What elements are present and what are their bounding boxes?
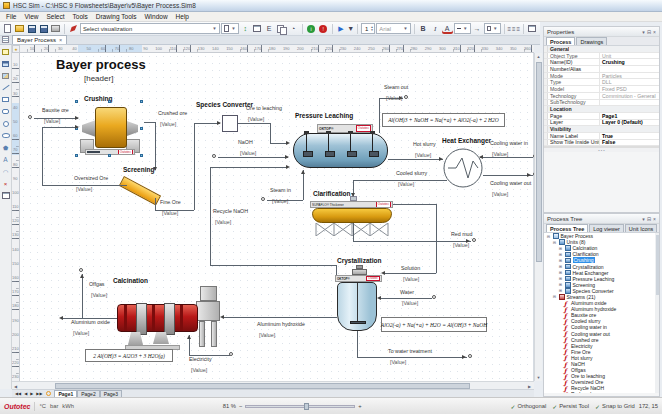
- horizontal-scrollbar[interactable]: ◀ ▶: [12, 381, 534, 389]
- tree-tab[interactable]: Process Tree: [546, 224, 588, 232]
- close-icon[interactable]: ×: [653, 29, 656, 35]
- tree-tab[interactable]: Log viewer: [589, 224, 624, 232]
- stream-label-bauxite-ore[interactable]: Bauxite ore[Value]: [42, 108, 69, 125]
- property-value[interactable]: DLL: [600, 79, 659, 85]
- save-all-button[interactable]: [38, 23, 49, 34]
- bold-button[interactable]: B: [418, 23, 429, 34]
- property-value[interactable]: Particles: [600, 73, 659, 79]
- page-tab[interactable]: Page2: [77, 390, 99, 397]
- stop-button[interactable]: !: [318, 23, 329, 34]
- property-value[interactable]: False: [600, 139, 659, 145]
- stream-label-cooling-water-out[interactable]: Cooling water out[Value]: [490, 181, 531, 198]
- polygon-tool-icon[interactable]: ⬟: [1, 143, 10, 152]
- unit-pressure-leaching[interactable]: [293, 133, 388, 168]
- reaction-formula-calcination[interactable]: 2 Al(OH)3 = Al2O3 + 3 H2O(g): [85, 349, 173, 362]
- chevron-down-icon[interactable]: ▾: [642, 29, 645, 35]
- curve-tool-icon[interactable]: ◠: [1, 167, 10, 176]
- zoom-slider[interactable]: [245, 405, 355, 408]
- stream-label-steam-in[interactable]: Steam in[Value]: [270, 188, 291, 205]
- grid-tool-icon[interactable]: [1, 191, 10, 200]
- table-view-button[interactable]: [252, 23, 263, 34]
- titlebar[interactable]: HSC Sim - C:\HSC 9 Flowsheets\Bayer\v5\B…: [0, 0, 662, 12]
- menu-item[interactable]: Help: [172, 13, 193, 20]
- tree-scroll-thumb[interactable]: [656, 235, 659, 295]
- page-spinner[interactable]: 1 ▲▼: [361, 23, 375, 34]
- expand-icon[interactable]: ⊟: [546, 234, 551, 239]
- menu-item[interactable]: Select: [42, 13, 68, 20]
- unit-crystallization[interactable]: [337, 282, 377, 331]
- scroll-up-icon[interactable]: ▲: [537, 54, 541, 59]
- first-page-button[interactable]: ◀◀: [14, 391, 22, 396]
- stream-label-cooled-slurry[interactable]: Cooled slurry[Value]: [396, 171, 427, 188]
- unit-system[interactable]: °CbarkWh: [39, 403, 74, 409]
- unit-species-converter[interactable]: [222, 115, 238, 132]
- expand-icon[interactable]: ⊞: [558, 288, 563, 293]
- line-tool-icon[interactable]: [1, 83, 10, 92]
- status-toggle[interactable]: ✓ Snap to Grid: [595, 403, 635, 410]
- page-options-icon[interactable]: [46, 391, 51, 396]
- unit-title-species-converter[interactable]: Species Converter: [196, 101, 253, 108]
- selection-handle[interactable]: [75, 154, 78, 157]
- vertical-scroll-thumb[interactable]: [536, 62, 542, 262]
- expand-icon[interactable]: ⊞: [558, 276, 563, 281]
- rectangle-tool-icon[interactable]: [1, 95, 10, 104]
- tree-item-stream[interactable]: ƒ Red mud: [544, 391, 659, 393]
- arrow-style-button[interactable]: →: [472, 23, 483, 34]
- expand-icon[interactable]: ⊞: [558, 252, 563, 257]
- stream-label-crushed-ore[interactable]: Crushed ore[Value]: [158, 111, 187, 128]
- reaction-formula-leaching[interactable]: Al(OH)3 + NaOH = Na(+a) + AlO2(-a) + 2 H…: [382, 113, 505, 127]
- expand-icon[interactable]: ⊟: [552, 294, 557, 299]
- menu-item[interactable]: View: [20, 13, 42, 20]
- unit-title-heat-exchanger[interactable]: Heat Exchanger: [442, 137, 491, 144]
- italic-button[interactable]: I: [430, 23, 441, 34]
- scroll-down-icon[interactable]: ▼: [537, 375, 541, 380]
- selection-handle[interactable]: [140, 100, 143, 103]
- stream-label-offgas[interactable]: Offgas[Value]: [89, 282, 107, 299]
- stream-label-red-mud[interactable]: Red mud[Value]: [451, 232, 473, 249]
- stream-label-recycle-naoh[interactable]: Recycle NaOH[Value]: [213, 209, 248, 226]
- flowsheet-title[interactable]: Bayer process: [56, 57, 146, 72]
- fill-color-combo[interactable]: ▼: [484, 23, 501, 34]
- font-color-button[interactable]: A: [442, 23, 453, 34]
- circle-tool-icon[interactable]: [1, 119, 10, 128]
- stream-label-to-water-treatment[interactable]: To water treatment[Value]: [388, 349, 432, 366]
- align-left-button[interactable]: ≡: [507, 26, 511, 32]
- update-button[interactable]: ↕: [240, 23, 251, 34]
- check-model-button[interactable]: i: [306, 23, 317, 34]
- text-tool-icon[interactable]: A: [1, 155, 10, 164]
- property-value[interactable]: Comminution - General: [600, 93, 659, 99]
- property-value[interactable]: Layer 0 (Default): [600, 119, 659, 125]
- close-icon[interactable]: ×: [59, 37, 62, 43]
- unit-title-clarification[interactable]: Clarification: [313, 190, 351, 197]
- menu-item[interactable]: File: [2, 13, 20, 20]
- chevron-down-icon[interactable]: ▾: [642, 216, 645, 222]
- property-value[interactable]: Page1: [600, 113, 659, 119]
- expand-icon[interactable]: ⊞: [558, 282, 563, 287]
- run-options-button[interactable]: ▼: [348, 23, 355, 34]
- rounded-rectangle-tool-icon[interactable]: [1, 107, 10, 116]
- pin-icon[interactable]: ⊟: [647, 29, 651, 35]
- delete-tool-icon[interactable]: ×: [1, 179, 10, 188]
- window-tool-icon[interactable]: [1, 59, 10, 68]
- next-page-button[interactable]: ▶: [29, 391, 34, 396]
- unit-title-calcination[interactable]: Calcination: [113, 277, 148, 284]
- flowsheet-canvas[interactable]: Bayer process [header] Crushing Outotec …: [20, 53, 534, 381]
- chart-type-combo[interactable]: ▼: [221, 23, 239, 34]
- properties-tab[interactable]: Drawings: [576, 37, 607, 45]
- panel-splitter[interactable]: • • •: [544, 147, 659, 152]
- equation-button[interactable]: E: [264, 23, 275, 34]
- zoom-in-button[interactable]: +: [358, 403, 361, 409]
- flowsheet-subtitle[interactable]: [header]: [84, 74, 113, 83]
- save-button[interactable]: [26, 23, 37, 34]
- ellipse-tool-icon[interactable]: [1, 131, 10, 140]
- align-right-button[interactable]: ≡: [517, 26, 521, 32]
- property-row[interactable]: Show Title Inside Unit False: [544, 140, 659, 147]
- prev-page-button[interactable]: ◀: [23, 391, 28, 396]
- selection-handle[interactable]: [75, 100, 78, 103]
- print-button[interactable]: [50, 23, 61, 34]
- new-file-button[interactable]: [2, 23, 13, 34]
- tree-scrollbar[interactable]: [655, 233, 659, 393]
- select-tool-icon[interactable]: [1, 47, 10, 56]
- line-style-combo[interactable]: ▼: [454, 23, 471, 34]
- unit-title-pressure-leaching[interactable]: Pressure Leaching: [295, 112, 353, 119]
